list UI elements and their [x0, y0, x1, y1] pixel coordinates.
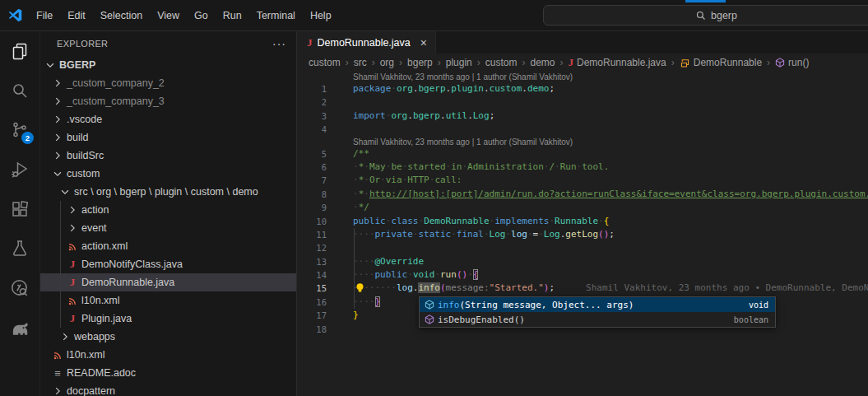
chevron-right-icon: [51, 77, 64, 89]
line-number[interactable]: 18: [297, 323, 327, 336]
activity-bar: 2: [0, 31, 40, 396]
line-number[interactable]: 4: [297, 123, 327, 136]
tree-item-label: DemoNotifyClass.java: [81, 259, 183, 270]
tree-item--custom-company-2[interactable]: _custom_company_2: [40, 74, 296, 92]
tree-item-custom[interactable]: custom: [40, 165, 296, 183]
search-box[interactable]: bgerp: [543, 5, 868, 26]
line-number[interactable]: 2: [297, 96, 327, 109]
chevron-right-icon: [51, 132, 64, 143]
code-line-12[interactable]: 12: [297, 241, 868, 254]
gutter: [297, 72, 327, 82]
breadcrumb-item-demorunnable-java[interactable]: JDemoRunnable.java: [568, 56, 666, 69]
menu-file[interactable]: File: [29, 7, 60, 25]
code-line-2[interactable]: 2: [297, 96, 868, 109]
suggest-item-isdebugenabled-[interactable]: isDebugEnabled()boolean: [420, 312, 775, 327]
line-number[interactable]: 7: [297, 174, 327, 187]
code-line-7[interactable]: 7·*·Or·via·HTTP·call:: [297, 174, 868, 187]
codelens-blame[interactable]: Shamil Vakhitov, 23 months ago | 1 autho…: [353, 137, 573, 147]
tree-item-action-xml[interactable]: action.xml: [40, 237, 296, 255]
tree-item-webapps[interactable]: webapps: [40, 328, 296, 346]
method-symbol-icon: [775, 58, 785, 68]
tree-item-action[interactable]: action: [40, 201, 296, 219]
code-line-3[interactable]: 3import·org.bgerp.util.Log;: [297, 109, 868, 123]
tree-item-docpattern[interactable]: docpattern: [40, 382, 296, 396]
tree-item-demonotifyclass-java[interactable]: JDemoNotifyClass.java: [40, 255, 296, 273]
menu-help[interactable]: Help: [303, 7, 339, 25]
code-line-11[interactable]: 11····private·static·final·Log·log·=·Log…: [297, 228, 868, 241]
line-number[interactable]: 15: [297, 282, 327, 295]
tree-item-l10n-xml[interactable]: l10n.xml: [40, 291, 296, 310]
line-number[interactable]: 14: [297, 268, 327, 282]
tree-item-plugin-java[interactable]: JPlugin.java: [40, 310, 296, 328]
tree-item-build[interactable]: build: [40, 128, 296, 147]
menu-terminal[interactable]: Terminal: [249, 7, 303, 25]
line-number[interactable]: 16: [297, 296, 327, 309]
search-sidebar-icon[interactable]: [0, 71, 39, 110]
line-number[interactable]: 10: [297, 215, 327, 228]
menu-go[interactable]: Go: [187, 7, 216, 25]
line-number[interactable]: 9: [297, 201, 327, 214]
suggest-label: isDebugEnabled(): [438, 314, 525, 325]
tree-item-bgerp[interactable]: BGERP: [40, 56, 296, 74]
code-line-8[interactable]: 8·*·http://[host]:[port]/admin/run.do?ac…: [297, 188, 868, 201]
tree-item--custom-company-3[interactable]: _custom_company_3: [40, 92, 296, 110]
code-line-6[interactable]: 6·*·May·be·started·in·Administration·/·R…: [297, 161, 868, 174]
breadcrumb-item-demo[interactable]: demo: [530, 57, 555, 68]
code-line-9[interactable]: 9·*/: [297, 201, 868, 214]
line-number[interactable]: 12: [297, 241, 327, 254]
breadcrumb-item-bgerp[interactable]: bgerp: [407, 57, 433, 68]
breadcrumb-item-plugin[interactable]: plugin: [446, 57, 472, 68]
gutter: [297, 137, 327, 147]
code-line-14[interactable]: 14····public·void·run()·{: [297, 268, 868, 282]
code-line-15[interactable]: 15········log.info(message:"Started.");S…: [297, 282, 868, 295]
tree-item-l10n-xml[interactable]: l10n.xml: [40, 346, 296, 364]
menu-run[interactable]: Run: [216, 7, 249, 25]
source-control-icon[interactable]: 2: [0, 110, 39, 150]
testing-icon[interactable]: [0, 229, 39, 268]
tab-close-icon[interactable]: ×: [420, 36, 427, 49]
line-number[interactable]: 8: [297, 188, 327, 201]
menubar: FileEditSelectionViewGoRunTerminalHelp: [29, 7, 339, 25]
java-file-icon: J: [66, 258, 79, 271]
menu-edit[interactable]: Edit: [60, 7, 93, 25]
line-number[interactable]: 13: [297, 255, 327, 268]
indent-guide: [60, 310, 61, 328]
code-line-5[interactable]: 5/**: [297, 147, 868, 161]
breadcrumb-item-run-[interactable]: run(): [775, 57, 809, 68]
tree-item--vscode[interactable]: .vscode: [40, 110, 296, 128]
code-text: ·*/: [353, 201, 868, 214]
menu-view[interactable]: View: [150, 7, 187, 25]
breadcrumb-item-custom[interactable]: custom: [485, 57, 518, 68]
code-line-1[interactable]: 1package·org.bgerp.plugin.custom.demo;: [297, 82, 868, 96]
breadcrumb-item-demorunnable[interactable]: DemoRunnable: [680, 57, 762, 68]
sidebar-more-actions-button[interactable]: ···: [272, 37, 286, 50]
line-number[interactable]: 6: [297, 161, 327, 174]
tree-item-readme-adoc[interactable]: ≡README.adoc: [40, 364, 296, 382]
gradle-icon[interactable]: [0, 308, 39, 347]
tree-item-buildsrc[interactable]: buildSrc: [40, 147, 296, 165]
line-number[interactable]: 17: [297, 309, 327, 322]
breadcrumb-item-custom[interactable]: custom: [309, 57, 341, 68]
java-file-icon: J: [66, 312, 79, 325]
menu-selection[interactable]: Selection: [93, 7, 150, 25]
breadcrumb-item-src[interactable]: src: [354, 57, 367, 68]
explorer-icon[interactable]: [0, 31, 39, 71]
tree-item-event[interactable]: event: [40, 219, 296, 237]
line-number[interactable]: 5: [297, 147, 327, 161]
line-number[interactable]: 3: [297, 109, 327, 123]
extensions-icon[interactable]: [0, 189, 39, 229]
run-and-debug-icon[interactable]: [0, 150, 39, 189]
breadcrumb-separator: ›: [671, 57, 675, 68]
line-number[interactable]: 11: [297, 228, 327, 241]
codelens-blame[interactable]: Shamil Vakhitov, 23 months ago | 1 autho…: [353, 72, 573, 82]
tree-item-src-org-bgerp-plugin-custom-demo[interactable]: src \ org \ bgerp \ plugin \ custom \ de…: [40, 183, 296, 201]
code-line-10[interactable]: 10public·class·DemoRunnable·implements·R…: [297, 215, 868, 228]
code-line-4[interactable]: 4: [297, 123, 868, 136]
breadcrumb-item-org[interactable]: org: [380, 57, 394, 68]
tree-item-demorunnable-java[interactable]: JDemoRunnable.java: [40, 273, 296, 291]
suggest-item-info-string-message-obje[interactable]: info(String message, Object... args)void: [420, 297, 775, 312]
line-number[interactable]: 1: [297, 82, 327, 96]
code-line-13[interactable]: 13····@Override: [297, 255, 868, 268]
tab-demorunnable[interactable]: J DemoRunnable.java ×: [297, 31, 436, 54]
inspection-extension-icon[interactable]: [0, 268, 39, 308]
